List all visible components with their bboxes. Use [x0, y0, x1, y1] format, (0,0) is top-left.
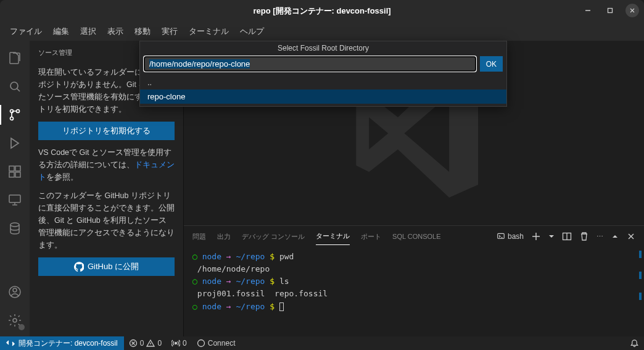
- menu-terminal[interactable]: ターミナル: [184, 23, 234, 40]
- svg-rect-9: [9, 166, 14, 171]
- picker-list: .. repo-clone: [140, 75, 506, 106]
- new-terminal-icon[interactable]: [531, 231, 541, 241]
- sidebar-msg-docs: VS Codeで Git とソース管理を使用する方法の詳細については、ドキュメン…: [38, 146, 175, 183]
- antenna-icon: [171, 339, 180, 348]
- terminal-line: /home/node/repo: [192, 263, 635, 275]
- github-icon: [74, 262, 84, 272]
- svg-point-19: [13, 319, 17, 322]
- terminal-decorations: [639, 251, 642, 300]
- accounts-icon[interactable]: [0, 280, 30, 304]
- split-terminal-icon[interactable]: [562, 231, 572, 241]
- menubar: ファイル 編集 選択 表示 移動 実行 ターミナル ヘルプ: [0, 22, 644, 41]
- window-controls: [581, 4, 639, 17]
- svg-point-18: [13, 288, 17, 292]
- explorer-icon[interactable]: [0, 46, 30, 70]
- svg-point-6: [17, 110, 20, 113]
- svg-line-5: [17, 89, 20, 92]
- search-icon[interactable]: [0, 74, 30, 99]
- titlebar: repo [開発コンテナー: devcon-fossil]: [0, 0, 644, 22]
- tab-sql-console[interactable]: SQL CONSOLE: [392, 229, 440, 244]
- database-icon[interactable]: [0, 216, 30, 241]
- status-ports[interactable]: 0: [167, 336, 192, 350]
- terminal-line: ◯ node → ~/repo $ ls: [192, 275, 635, 288]
- menu-run[interactable]: 実行: [157, 23, 183, 40]
- svg-point-4: [10, 82, 18, 90]
- status-notifications[interactable]: [625, 336, 644, 350]
- status-warning-count: 0: [157, 339, 162, 348]
- svg-rect-11: [9, 172, 14, 177]
- maximize-button[interactable]: [603, 4, 617, 17]
- menu-help[interactable]: ヘルプ: [235, 23, 269, 40]
- svg-point-30: [197, 340, 204, 347]
- svg-point-29: [175, 343, 177, 344]
- init-repo-button[interactable]: リポジトリを初期化する: [38, 122, 175, 140]
- status-remote[interactable]: 開発コンテナー: devcon-fossil: [0, 336, 124, 350]
- extensions-icon[interactable]: [0, 159, 30, 184]
- plug-icon: [197, 339, 205, 348]
- svg-point-16: [10, 223, 19, 227]
- maximize-panel-icon[interactable]: [611, 232, 619, 241]
- publish-github-label: GitHub に公開: [88, 261, 139, 272]
- svg-rect-13: [9, 195, 20, 202]
- minimize-button[interactable]: [581, 4, 595, 17]
- remote-explorer-icon[interactable]: [0, 188, 30, 212]
- close-button[interactable]: [625, 4, 639, 17]
- quick-input-picker: Select Fossil Root Directory OK .. repo-…: [139, 41, 507, 107]
- tab-debug-console[interactable]: デバッグ コンソール: [242, 228, 305, 245]
- terminal-dropdown-icon[interactable]: [548, 233, 555, 240]
- svg-point-8: [10, 117, 14, 120]
- svg-rect-12: [15, 172, 20, 177]
- terminal-line: proj001.fossil repo.fossil: [192, 288, 635, 300]
- init-repo-label: リポジトリを初期化する: [62, 125, 151, 136]
- picker-ok-button[interactable]: OK: [480, 56, 503, 72]
- error-icon: [129, 339, 138, 348]
- menu-edit[interactable]: 編集: [48, 23, 74, 40]
- tab-ports[interactable]: ポート: [361, 228, 381, 245]
- publish-github-button[interactable]: GitHub に公開: [38, 257, 175, 276]
- panel-tabs: 問題 出力 デバッグ コンソール ターミナル ポート SQL CONSOLE b…: [184, 226, 644, 247]
- kill-terminal-icon[interactable]: [579, 231, 589, 241]
- status-error-count: 0: [140, 339, 144, 348]
- close-panel-icon[interactable]: [627, 232, 635, 241]
- picker-title: Select Fossil Root Directory: [140, 41, 506, 56]
- statusbar: 開発コンテナー: devcon-fossil 0 0 0 Connect: [0, 336, 644, 350]
- status-connect[interactable]: Connect: [192, 336, 241, 350]
- run-debug-icon[interactable]: [0, 131, 30, 156]
- warning-icon: [146, 339, 155, 348]
- status-connect-label: Connect: [208, 339, 236, 348]
- terminal-line: ◯ node → ~/repo $ pwd: [192, 251, 635, 263]
- tab-terminal[interactable]: ターミナル: [316, 228, 350, 245]
- picker-item-repo-clone[interactable]: repo-clone: [140, 90, 506, 104]
- picker-input[interactable]: [144, 56, 476, 72]
- panel: 問題 出力 デバッグ コンソール ターミナル ポート SQL CONSOLE b…: [184, 225, 644, 336]
- window-title: repo [開発コンテナー: devcon-fossil]: [253, 6, 390, 17]
- remote-icon: [6, 339, 15, 348]
- picker-item-parent[interactable]: ..: [140, 75, 506, 90]
- tab-output[interactable]: 出力: [217, 228, 231, 245]
- menu-file[interactable]: ファイル: [5, 23, 47, 40]
- terminal-shell-name: bash: [508, 232, 524, 241]
- settings-icon[interactable]: [0, 308, 30, 333]
- settings-badge: [19, 324, 25, 330]
- terminal-line: ○ node → ~/repo $: [192, 301, 635, 313]
- bell-icon: [630, 339, 639, 348]
- panel-more-icon[interactable]: ⋯: [597, 233, 603, 241]
- status-remote-label: 開発コンテナー: devcon-fossil: [19, 338, 118, 349]
- sidebar-msg-github: このフォルダーを GitHub リポジトリに直接公開することができます。公開後、…: [38, 190, 175, 251]
- svg-rect-10: [15, 166, 20, 171]
- activitybar: [0, 41, 30, 336]
- menu-selection[interactable]: 選択: [75, 23, 101, 40]
- svg-rect-1: [608, 9, 613, 13]
- menu-view[interactable]: 表示: [102, 23, 128, 40]
- source-control-icon[interactable]: [0, 102, 30, 127]
- menu-go[interactable]: 移動: [130, 23, 155, 40]
- status-ports-count: 0: [183, 339, 187, 348]
- terminal[interactable]: ◯ node → ~/repo $ pwd /home/node/repo ◯ …: [184, 247, 644, 336]
- status-problems[interactable]: 0 0: [124, 336, 167, 350]
- tab-problems[interactable]: 問題: [192, 228, 206, 245]
- terminal-profile[interactable]: bash: [497, 232, 524, 241]
